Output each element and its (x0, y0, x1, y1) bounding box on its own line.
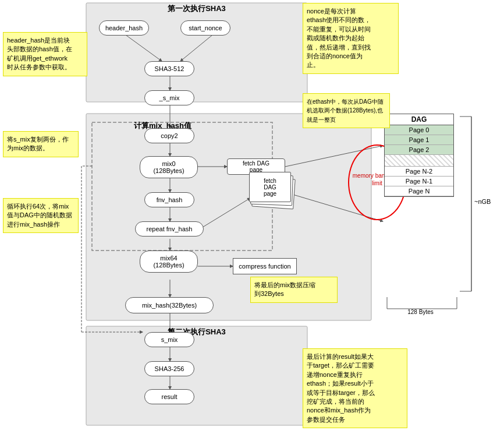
dag-gap (385, 155, 453, 167)
section-title-first-sha3: 第一次执行SHA3 (86, 3, 307, 14)
compress-function-box: compress function (233, 258, 297, 274)
mix-hash-32-box: mix_hash(32Bytes) (125, 297, 214, 313)
diagram-container: 第一次执行SHA3 计算mix_hash值 第二次执行SHA3 header_h… (0, 0, 504, 434)
sticky-loop: 循环执行64次，将mix 值与DAG中的随机数据 进行mix_hash操作 (3, 198, 79, 233)
sticky-ethash-dag: 在ethash中，每次从DAG中随机选取两个数据(128Bytes),也就是一整… (303, 93, 390, 128)
mix64-box: mix64 (128Bytes) (140, 250, 198, 273)
start-nonce-box: start_nonce (180, 20, 230, 36)
dag-title: DAG (385, 114, 453, 125)
section-title-second-sha3: 第二次执行SHA3 (86, 327, 307, 337)
dag-row-page2: Page 2 (385, 145, 453, 155)
dag-row-pageN: Page N (385, 186, 453, 196)
header-hash-box: header_hash (99, 20, 149, 36)
dag-container: DAG Page 0 Page 1 Page 2 Page N-2 Page N… (384, 114, 454, 197)
sha3-512-box: SHA3-512 (144, 61, 194, 76)
dag-row-pageN2: Page N-2 (385, 167, 453, 177)
dag-row-page1: Page 1 (385, 135, 453, 145)
sha3-256-box: SHA3-256 (144, 361, 194, 376)
copy2-box: copy2 (144, 128, 194, 143)
sticky-compress: 将最后的mix数据压缩 到32Bytes (250, 277, 338, 303)
svg-line-4 (180, 35, 212, 61)
sticky-header-hash: header_hash是当前块 头部数据的hash值，在 矿机调用get_eth… (3, 32, 87, 76)
sticky-s-mix-copy: 将s_mix复制两份，作 为mix的数据。 (3, 131, 79, 157)
result-box: result (144, 389, 194, 404)
svg-line-18 (198, 198, 250, 230)
nGB-label: ~nGB (474, 198, 491, 205)
repeat-fnv-hash-box: repeat fnv_hash (135, 221, 204, 237)
s-mix2-box: s_mix (144, 332, 194, 347)
fetch-dag-page-2-area: fetch DAG page (249, 172, 296, 210)
dag-row-page0: Page 0 (385, 125, 453, 135)
fnv-hash-box: fnv_hash (144, 192, 194, 207)
sticky-nonce: nonce是每次计算 ethash使用不同的数， 不能重复，可以从时间 戳或随机… (303, 3, 399, 74)
dag-row-pageN1: Page N-1 (385, 177, 453, 186)
svg-rect-0 (86, 3, 307, 102)
s-mix-box: _s_mix (144, 90, 194, 105)
svg-line-3 (126, 35, 162, 61)
bytes-label: 128 Bytes (384, 309, 457, 315)
svg-rect-2 (86, 326, 307, 425)
mix0-box: mix0 (128Bytes) (140, 156, 198, 178)
sticky-result: 最后计算的result如果大 于target，那么矿工需要 递增nonce重复执… (303, 348, 407, 428)
